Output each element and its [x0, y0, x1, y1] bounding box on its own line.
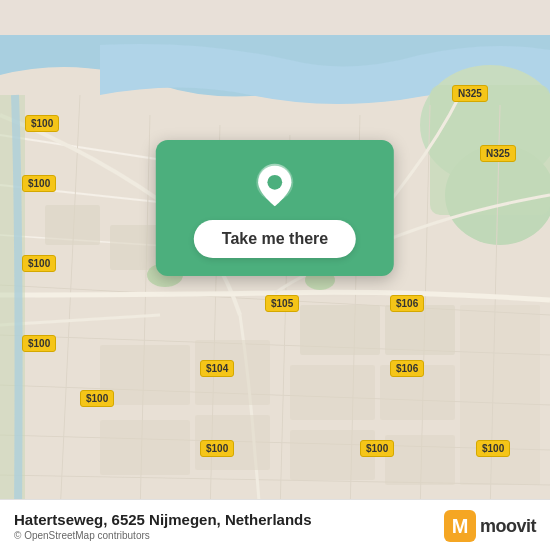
svg-rect-31	[385, 435, 455, 485]
road-label-r6: $100	[200, 440, 234, 457]
road-label-r8: $104	[200, 360, 234, 377]
svg-rect-28	[100, 420, 190, 475]
moovit-brand-text: moovit	[480, 516, 536, 537]
green-card[interactable]: Take me there	[156, 140, 394, 276]
road-label-r5: $100	[80, 390, 114, 407]
moovit-logo: M moovit	[444, 510, 536, 542]
road-label-r7: $100	[360, 440, 394, 457]
road-label-r3: $100	[22, 255, 56, 272]
road-label-r4: $100	[22, 335, 56, 352]
road-label-r10: $106	[390, 295, 424, 312]
moovit-icon: M	[444, 510, 476, 542]
bottom-bar: Hatertseweg, 6525 Nijmegen, Netherlands …	[0, 499, 550, 550]
road-label-r12: $100	[476, 440, 510, 457]
address-section: Hatertseweg, 6525 Nijmegen, Netherlands …	[14, 511, 312, 541]
svg-rect-22	[300, 305, 380, 355]
location-pin-icon	[251, 162, 299, 210]
road-label-r9: $105	[265, 295, 299, 312]
svg-rect-32	[460, 305, 540, 485]
road-label-r11: $106	[390, 360, 424, 377]
road-label-r13: N325	[452, 85, 488, 102]
road-label-r1: $100	[25, 115, 59, 132]
address-text: Hatertseweg, 6525 Nijmegen, Netherlands	[14, 511, 312, 528]
svg-rect-19	[45, 205, 100, 245]
svg-text:M: M	[452, 515, 469, 537]
svg-rect-24	[290, 365, 375, 420]
take-me-there-button[interactable]: Take me there	[194, 220, 356, 258]
button-overlay[interactable]: Take me there	[156, 140, 394, 276]
svg-rect-23	[385, 305, 455, 355]
road-label-r14: N325	[480, 145, 516, 162]
road-label-r2: $100	[22, 175, 56, 192]
osm-credit: © OpenStreetMap contributors	[14, 530, 312, 541]
svg-point-38	[268, 175, 283, 190]
map-container: $100$100$100$100$100$100$100$104$105$106…	[0, 0, 550, 550]
